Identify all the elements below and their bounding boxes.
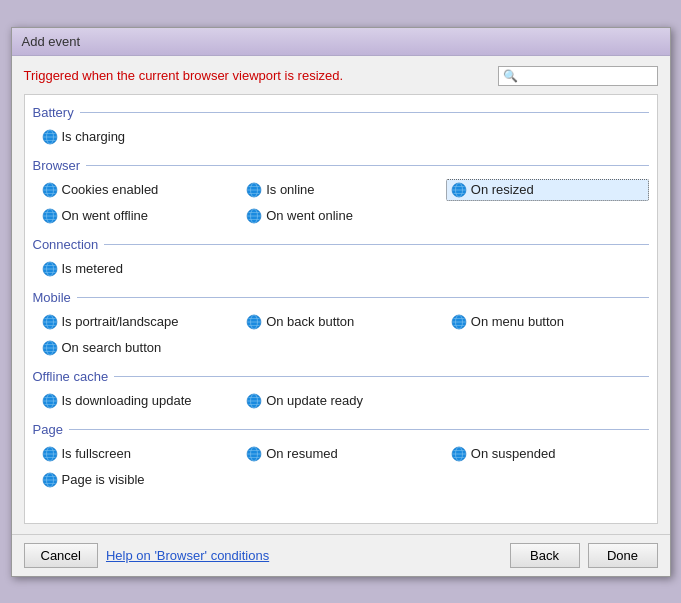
dialog-titlebar: Add event bbox=[12, 28, 670, 56]
item-label-is-downloading-update: Is downloading update bbox=[62, 393, 192, 408]
globe-icon bbox=[246, 314, 262, 330]
globe-icon bbox=[451, 314, 467, 330]
section-browser: Browser Cookies enabled Is online On res… bbox=[33, 158, 649, 227]
section-header-browser: Browser bbox=[33, 158, 649, 173]
items-grid-battery: Is charging bbox=[33, 126, 649, 148]
item-label-is-online: Is online bbox=[266, 182, 314, 197]
add-event-dialog: Add event Triggered when the current bro… bbox=[11, 27, 671, 577]
globe-icon bbox=[42, 129, 58, 145]
dialog-footer: Cancel Help on 'Browser' conditions Back… bbox=[12, 534, 670, 576]
item-label-cookies-enabled: Cookies enabled bbox=[62, 182, 159, 197]
globe-icon bbox=[451, 446, 467, 462]
dialog-title: Add event bbox=[22, 34, 81, 49]
globe-icon bbox=[246, 393, 262, 409]
item-label-on-menu-button: On menu button bbox=[471, 314, 564, 329]
item-on-suspended[interactable]: On suspended bbox=[446, 443, 649, 465]
item-label-on-went-online: On went online bbox=[266, 208, 353, 223]
globe-icon bbox=[42, 446, 58, 462]
item-label-on-suspended: On suspended bbox=[471, 446, 556, 461]
help-link[interactable]: Help on 'Browser' conditions bbox=[106, 548, 269, 563]
events-scroll-area[interactable]: Battery Is chargingBrowser Cookies enabl… bbox=[24, 94, 658, 524]
item-on-update-ready[interactable]: On update ready bbox=[241, 390, 444, 412]
section-header-offline-cache: Offline cache bbox=[33, 369, 649, 384]
globe-icon bbox=[246, 182, 262, 198]
item-label-on-back-button: On back button bbox=[266, 314, 354, 329]
items-grid-browser: Cookies enabled Is online On resized On … bbox=[33, 179, 649, 227]
item-on-resized[interactable]: On resized bbox=[446, 179, 649, 201]
section-header-page: Page bbox=[33, 422, 649, 437]
item-is-charging[interactable]: Is charging bbox=[37, 126, 240, 148]
globe-icon bbox=[42, 314, 58, 330]
globe-icon bbox=[42, 182, 58, 198]
item-label-on-update-ready: On update ready bbox=[266, 393, 363, 408]
item-on-went-offline[interactable]: On went offline bbox=[37, 205, 240, 227]
section-mobile: Mobile Is portrait/landscape On back but… bbox=[33, 290, 649, 359]
search-icon: 🔍 bbox=[503, 69, 518, 83]
item-label-on-resumed: On resumed bbox=[266, 446, 338, 461]
item-is-metered[interactable]: Is metered bbox=[37, 258, 240, 280]
description-bar: Triggered when the current browser viewp… bbox=[24, 66, 658, 86]
globe-icon bbox=[42, 393, 58, 409]
section-page: Page Is fullscreen On resumed On suspend… bbox=[33, 422, 649, 491]
back-button[interactable]: Back bbox=[510, 543, 580, 568]
item-is-portrait-landscape[interactable]: Is portrait/landscape bbox=[37, 311, 240, 333]
items-grid-offline-cache: Is downloading update On update ready bbox=[33, 390, 649, 412]
section-offline-cache: Offline cache Is downloading update On u… bbox=[33, 369, 649, 412]
section-header-connection: Connection bbox=[33, 237, 649, 252]
item-cookies-enabled[interactable]: Cookies enabled bbox=[37, 179, 240, 201]
search-box: 🔍 bbox=[498, 66, 658, 86]
item-on-went-online[interactable]: On went online bbox=[241, 205, 444, 227]
dialog-body: Triggered when the current browser viewp… bbox=[12, 56, 670, 534]
item-on-resumed[interactable]: On resumed bbox=[241, 443, 444, 465]
item-on-menu-button[interactable]: On menu button bbox=[446, 311, 649, 333]
items-grid-mobile: Is portrait/landscape On back button On … bbox=[33, 311, 649, 359]
item-label-is-portrait-landscape: Is portrait/landscape bbox=[62, 314, 179, 329]
item-label-is-metered: Is metered bbox=[62, 261, 123, 276]
item-label-is-charging: Is charging bbox=[62, 129, 126, 144]
item-label-on-search-button: On search button bbox=[62, 340, 162, 355]
search-input[interactable] bbox=[521, 69, 641, 83]
done-button[interactable]: Done bbox=[588, 543, 658, 568]
item-label-is-fullscreen: Is fullscreen bbox=[62, 446, 131, 461]
item-is-fullscreen[interactable]: Is fullscreen bbox=[37, 443, 240, 465]
item-label-page-is-visible: Page is visible bbox=[62, 472, 145, 487]
item-page-is-visible[interactable]: Page is visible bbox=[37, 469, 240, 491]
items-grid-page: Is fullscreen On resumed On suspended Pa… bbox=[33, 443, 649, 491]
section-connection: Connection Is metered bbox=[33, 237, 649, 280]
footer-right: Back Done bbox=[510, 543, 658, 568]
item-label-on-went-offline: On went offline bbox=[62, 208, 148, 223]
globe-icon bbox=[246, 446, 262, 462]
footer-left: Cancel Help on 'Browser' conditions bbox=[24, 543, 270, 568]
globe-icon bbox=[246, 208, 262, 224]
item-label-on-resized: On resized bbox=[471, 182, 534, 197]
section-battery: Battery Is charging bbox=[33, 105, 649, 148]
items-grid-connection: Is metered bbox=[33, 258, 649, 280]
item-is-online[interactable]: Is online bbox=[241, 179, 444, 201]
globe-icon bbox=[42, 208, 58, 224]
description-text: Triggered when the current browser viewp… bbox=[24, 68, 490, 83]
globe-icon bbox=[42, 340, 58, 356]
globe-icon bbox=[451, 182, 467, 198]
section-header-battery: Battery bbox=[33, 105, 649, 120]
scroll-content: Battery Is chargingBrowser Cookies enabl… bbox=[25, 95, 657, 507]
globe-icon bbox=[42, 261, 58, 277]
item-on-search-button[interactable]: On search button bbox=[37, 337, 240, 359]
item-is-downloading-update[interactable]: Is downloading update bbox=[37, 390, 240, 412]
cancel-button[interactable]: Cancel bbox=[24, 543, 98, 568]
item-on-back-button[interactable]: On back button bbox=[241, 311, 444, 333]
section-header-mobile: Mobile bbox=[33, 290, 649, 305]
globe-icon bbox=[42, 472, 58, 488]
